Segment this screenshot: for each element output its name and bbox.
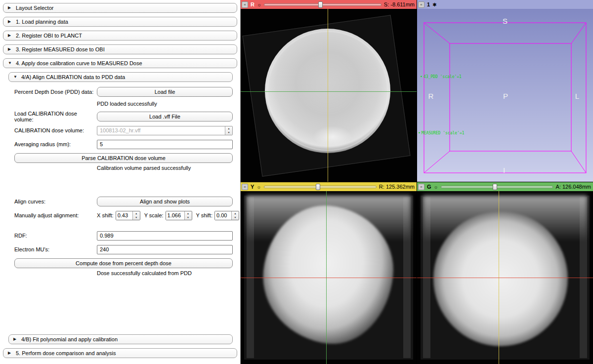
slice-offset-slider[interactable] xyxy=(441,186,553,188)
y-shift-input[interactable] xyxy=(215,211,231,220)
y-scale-stepper[interactable]: ▲ ▼ xyxy=(166,211,192,220)
stepper-down-icon[interactable]: ▼ xyxy=(133,215,140,220)
red-slice-controller: « R ☼ S: -8.611mm xyxy=(241,0,417,9)
parse-status-text: Calibration volume parsed successfully xyxy=(97,165,233,172)
x-shift-input[interactable] xyxy=(116,211,132,220)
load-pdd-file-button[interactable]: Load file xyxy=(97,87,233,97)
y-scale-input[interactable] xyxy=(166,211,184,220)
compute-status-text: Dose successfully calculated from PDD xyxy=(97,270,233,277)
collapsed-triangle-icon: ▶ xyxy=(13,337,18,341)
module-panel: ▶ Layout Selector ▶ 1. Load planning dat… xyxy=(0,0,241,364)
fiducial-annotation: MEASURED 'scale'=1 xyxy=(418,131,465,135)
x-shift-label: X shift: xyxy=(97,212,114,218)
stepper-up-icon[interactable]: ▲ xyxy=(225,126,232,131)
stepper-arrows: ▲ ▼ xyxy=(184,211,192,220)
slice-offset-value: R: 125.362mm xyxy=(379,184,415,190)
green-slice-view: « G ☼ A: 126.048mm xyxy=(417,182,593,364)
orientation-marker-inferior: I xyxy=(503,166,505,174)
compute-dose-button[interactable]: Compute dose from percent depth dose xyxy=(14,258,233,268)
section-label: 5. Perform dose comparison and analysis xyxy=(16,350,116,356)
green-slice-image[interactable] xyxy=(417,191,593,364)
stepper-down-icon[interactable]: ▼ xyxy=(185,215,192,220)
section-label: 1. Load planning data xyxy=(16,19,68,25)
section-register-obi-planct[interactable]: ▶ 2. Register OBI to PLANCT xyxy=(3,31,237,40)
section-register-measured-obi[interactable]: ▶ 3. Register MEASURED dose to OBI xyxy=(3,44,237,54)
section-load-planning-data[interactable]: ▶ 1. Load planning data xyxy=(3,17,237,27)
subsection-label: 4/B) Fit polynomial and apply calibratio… xyxy=(21,336,118,342)
red-slice-view: « R ☼ S: -8.611mm xyxy=(241,0,417,182)
expanded-triangle-icon: ▼ xyxy=(8,61,12,65)
threeD-scene[interactable]: S R P L I 43_PDD 'scale'=1 MEASURED 'sca… xyxy=(417,9,593,182)
view-label: Y xyxy=(251,184,254,190)
subsection-align-calibration-pdd[interactable]: ▼ 4/A) Align CALIBRATION data to PDD dat… xyxy=(8,72,233,82)
orientation-marker-left: L xyxy=(575,92,579,100)
yellow-slice-controller: « Y ☼ R: 125.362mm xyxy=(241,182,417,191)
align-show-plots-button[interactable]: Align and show plots xyxy=(97,197,233,206)
slice-offset-slider[interactable] xyxy=(264,186,377,188)
stepper-up-icon[interactable]: ▲ xyxy=(133,211,140,216)
averaging-radius-label: Averaging radius (mm): xyxy=(14,141,97,147)
slice-offset-slider[interactable] xyxy=(264,3,381,6)
pin-icon[interactable]: « xyxy=(418,184,424,190)
load-vff-file-button[interactable]: Load .vff File xyxy=(97,112,233,121)
gear-icon[interactable]: ✱ xyxy=(432,2,436,7)
stepper-down-icon[interactable]: ▼ xyxy=(225,130,232,135)
calibration-volume-combobox[interactable]: 100813-02_hr.vff ▲ ▼ xyxy=(97,126,233,135)
visibility-icon[interactable]: ☼ xyxy=(256,184,261,190)
stepper-down-icon[interactable]: ▼ xyxy=(232,215,239,220)
collapsed-triangle-icon: ▶ xyxy=(8,47,12,51)
orientation-marker-posterior: P xyxy=(503,92,508,100)
calibration-volume-value: 100813-02_hr.vff xyxy=(100,127,225,133)
pdd-status-text: PDD loaded successfully xyxy=(97,101,233,108)
yellow-slice-image[interactable] xyxy=(241,191,417,364)
x-shift-stepper[interactable]: ▲ ▼ xyxy=(116,211,140,220)
stepper-up-icon[interactable]: ▲ xyxy=(232,211,239,216)
collapsed-triangle-icon: ▶ xyxy=(8,34,12,38)
y-scale-label: Y scale: xyxy=(144,212,164,218)
visibility-icon[interactable]: ☼ xyxy=(257,2,261,7)
section-label: 3. Register MEASURED dose to OBI xyxy=(16,46,105,52)
red-slice-image[interactable] xyxy=(241,9,417,182)
section-label: 4. Apply dose calibration curve to MEASU… xyxy=(16,60,142,66)
manual-alignment-label: Manually adjust alignment: xyxy=(14,212,97,218)
crosshair-horizontal-red xyxy=(417,278,593,278)
align-curves-label: Align curves: xyxy=(14,199,97,204)
pin-icon[interactable]: « xyxy=(418,1,424,8)
view-layout: « R ☼ S: -8.611mm « 1 ✱ xyxy=(241,0,593,364)
view-label: R xyxy=(251,1,254,7)
slider-handle[interactable] xyxy=(316,184,320,190)
stepper-arrows: ▲ ▼ xyxy=(132,211,140,220)
slider-handle[interactable] xyxy=(318,1,323,8)
threeD-view-controller: « 1 ✱ xyxy=(417,0,593,9)
orientation-marker-superior: S xyxy=(503,17,508,25)
section-label: 2. Register OBI to PLANCT xyxy=(16,33,82,39)
view-label: 1 xyxy=(427,1,430,7)
electron-mu-input[interactable] xyxy=(97,245,233,254)
stepper-up-icon[interactable]: ▲ xyxy=(185,211,192,216)
pin-icon[interactable]: « xyxy=(242,1,248,8)
averaging-radius-input[interactable] xyxy=(97,140,233,149)
threeD-view: « 1 ✱ S R P L I 43_PDD 'scale'=1 MEASU xyxy=(417,0,593,182)
section-label: Layout Selector xyxy=(16,5,53,11)
pin-icon[interactable]: « xyxy=(242,184,248,190)
load-calibration-label: Load CALIBRATION dose volume: xyxy=(14,111,97,122)
parse-calibration-button[interactable]: Parse CALIBRATION dose volume xyxy=(14,153,233,163)
collapsed-triangle-icon: ▶ xyxy=(8,6,12,10)
rdf-input[interactable] xyxy=(97,231,233,241)
yellow-slice-view: « Y ☼ R: 125.362mm xyxy=(241,182,417,364)
subsection-fit-polynomial[interactable]: ▶ 4/B) Fit polynomial and apply calibrat… xyxy=(8,334,233,344)
section-layout-selector[interactable]: ▶ Layout Selector xyxy=(3,3,237,13)
y-shift-stepper[interactable]: ▲ ▼ xyxy=(214,211,239,220)
electron-mu-label: Electron MU's: xyxy=(14,246,97,252)
stepper-arrows: ▲ ▼ xyxy=(225,126,232,135)
y-shift-label: Y shift: xyxy=(196,212,212,218)
slice-offset-value: A: 126.048mm xyxy=(555,184,591,190)
view-label: G xyxy=(427,184,431,190)
dose-blob xyxy=(433,211,568,346)
orientation-marker-right: R xyxy=(428,92,434,100)
visibility-icon[interactable]: ☼ xyxy=(434,184,438,190)
slider-handle[interactable] xyxy=(493,184,497,190)
green-slice-controller: « G ☼ A: 126.048mm xyxy=(417,182,593,191)
section-dose-comparison[interactable]: ▶ 5. Perform dose comparison and analysi… xyxy=(3,348,237,358)
section-apply-dose-calibration[interactable]: ▼ 4. Apply dose calibration curve to MEA… xyxy=(3,58,237,68)
